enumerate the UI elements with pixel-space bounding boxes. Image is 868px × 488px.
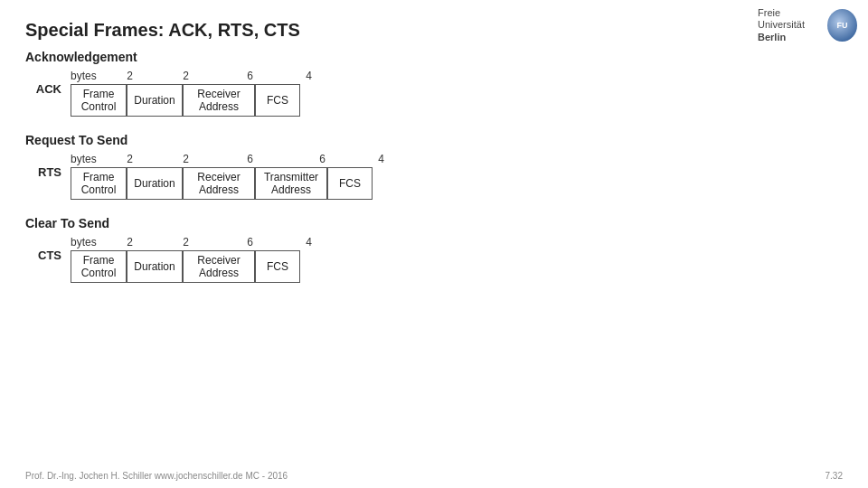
rts-cell-fcs: FCS — [327, 167, 373, 200]
ack-bv-2: 6 — [214, 70, 287, 82]
rts-bv-2: 6 — [214, 153, 287, 165]
ack-label: Acknowledgement — [25, 50, 843, 64]
ack-cell-duration: Duration — [127, 84, 183, 117]
ack-abbr: ACK — [25, 70, 71, 96]
rts-cell-duration: Duration — [127, 167, 183, 200]
ack-bv-1: 2 — [158, 70, 214, 82]
cts-bv-0: 2 — [102, 236, 158, 249]
cts-cells: FrameControl Duration ReceiverAddress FC… — [71, 250, 332, 283]
ack-cell-frame-control: FrameControl — [71, 84, 127, 117]
ack-cells: FrameControl Duration ReceiverAddress FC… — [71, 84, 332, 117]
footer-left: Prof. Dr.-Ing. Jochen H. Schiller www.jo… — [25, 471, 288, 481]
rts-bv-4: 4 — [359, 153, 404, 165]
rts-bv-0: 2 — [102, 153, 158, 165]
rts-cell-transmitter: TransmitterAddress — [255, 167, 327, 200]
cts-bytes-label: bytes — [71, 236, 97, 249]
rts-cell-frame-control: FrameControl — [71, 167, 127, 200]
cts-cell-fcs: FCS — [255, 250, 300, 283]
rts-bytes-label: bytes — [71, 153, 97, 165]
cts-bv-3: 4 — [287, 236, 332, 249]
rts-section: Request To Send RTS bytes 2 2 6 6 4 Fram… — [25, 133, 843, 200]
ack-bv-3: 4 — [287, 70, 332, 82]
logo-area: Freie Universität Berlin FU — [758, 7, 857, 43]
rts-abbr: RTS — [25, 153, 71, 179]
footer-right: 7.32 — [826, 471, 843, 481]
logo-icon: FU — [827, 9, 857, 42]
cts-bv-1: 2 — [158, 236, 214, 249]
cts-bv-2: 6 — [214, 236, 287, 249]
cts-section: Clear To Send CTS bytes 2 2 6 4 FrameCon… — [25, 216, 843, 283]
ack-cell-fcs: FCS — [255, 84, 300, 117]
ack-section: Acknowledgement ACK bytes 2 2 6 4 FrameC… — [25, 50, 843, 117]
rts-cell-receiver: ReceiverAddress — [183, 167, 255, 200]
page-title: Special Frames: ACK, RTS, CTS — [0, 0, 868, 50]
cts-label: Clear To Send — [25, 216, 843, 230]
cts-cell-duration: Duration — [127, 250, 183, 283]
rts-label: Request To Send — [25, 133, 843, 147]
ack-cell-receiver: ReceiverAddress — [183, 84, 255, 117]
rts-bv-1: 2 — [158, 153, 214, 165]
cts-abbr: CTS — [25, 236, 71, 262]
ack-bytes-label: bytes — [71, 70, 97, 82]
cts-cell-frame-control: FrameControl — [71, 250, 127, 283]
rts-bv-3: 6 — [287, 153, 359, 165]
cts-cell-receiver: ReceiverAddress — [183, 250, 255, 283]
rts-cells: FrameControl Duration ReceiverAddress Tr… — [71, 167, 404, 200]
ack-bv-0: 2 — [102, 70, 158, 82]
